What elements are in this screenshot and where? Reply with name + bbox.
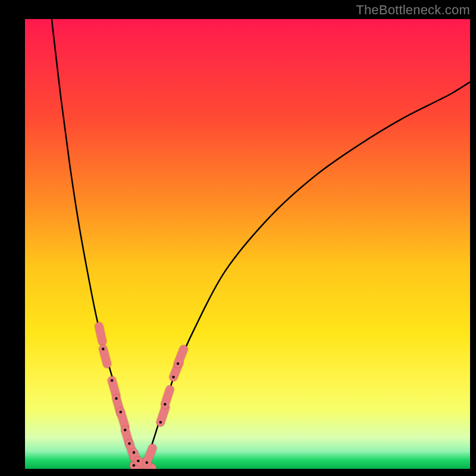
marker-joint-dot [120,411,122,413]
marker-joint-dot [145,461,148,464]
chart-frame: TheBottleneck.com [0,0,476,476]
marker-joint-dot [164,403,166,405]
marker-capsule [103,349,107,364]
marker-joint-dot [159,421,162,423]
marker-group [99,327,183,469]
marker-joint-dot [172,376,174,378]
chart-svg [25,19,470,469]
marker-capsule [178,349,184,364]
marker-joint-dot [137,459,139,462]
watermark-text: TheBottleneck.com [356,2,470,18]
marker-joint-dot [133,451,135,453]
marker-joint-dot [124,428,126,431]
marker-joint-dot [115,397,117,399]
marker-capsule [99,327,102,342]
marker-capsule [121,412,126,427]
marker-joint-dot [128,442,130,444]
marker-joint-dot [133,464,135,466]
marker-capsule [147,448,153,462]
marker-capsule [165,390,170,405]
marker-capsule [112,380,116,395]
marker-joint-dot [102,347,104,350]
marker-capsule [161,408,165,422]
plot-area [25,19,470,469]
marker-joint-dot [111,379,113,381]
marker-joint-dot [177,362,179,365]
